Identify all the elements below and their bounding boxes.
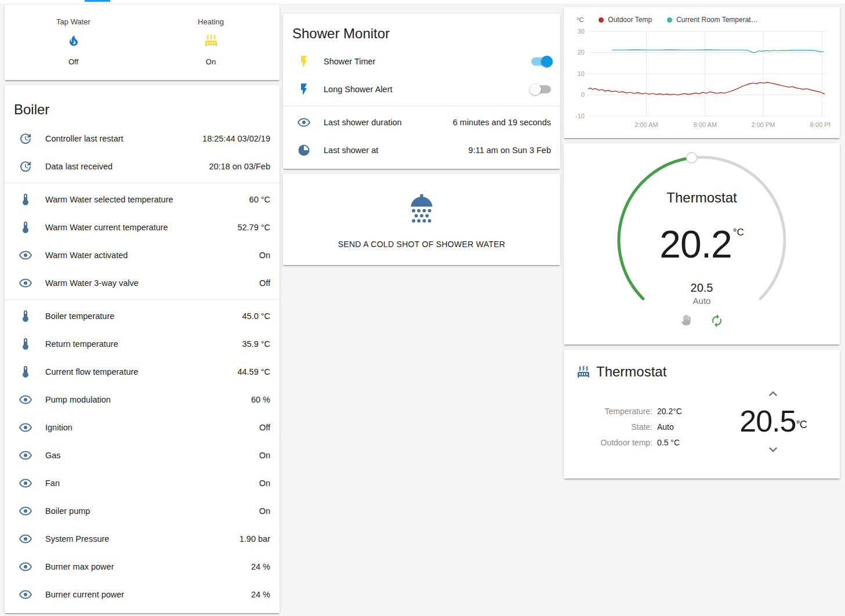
legend-dot-room (667, 17, 672, 23)
thermometer-icon (19, 309, 32, 323)
entity-name: Boiler temperature (45, 311, 242, 321)
entity-row-last-shower-at[interactable]: Last shower at9:11 am on Sun 3 Feb (283, 136, 560, 164)
entity-name: Burner max power (45, 562, 251, 571)
entity-state: 35.9 °C (242, 339, 270, 349)
entity-name: Warm Water selected temperature (45, 195, 249, 204)
thermometer-icon (19, 193, 32, 206)
column-right: °C Outdoor Temp Current Room Temperat… 3… (564, 7, 840, 479)
entity-state: 1.90 bar (240, 534, 270, 543)
thermometer-icon (19, 365, 32, 379)
shower-monitor-rows: Shower TimerLong Shower AlertLast shower… (283, 48, 560, 164)
dial-current-unit: °C (733, 227, 744, 238)
thermometer-icon (19, 220, 32, 234)
entity-row-boiler-pump[interactable]: Boiler pumpOn (5, 497, 280, 525)
entity-state: 9:11 am on Sun 3 Feb (469, 146, 551, 155)
thermostat-attributes: Temperature:20.2°CState:AutoOutdoor temp… (587, 403, 682, 450)
entity-name: Data last received (45, 162, 209, 171)
history-graph-card: °C Outdoor Temp Current Room Temperat… 3… (564, 7, 840, 138)
entity-name: Last shower at (324, 146, 469, 155)
entity-name: Return temperature (45, 339, 242, 349)
decrease-temperature-button[interactable] (765, 441, 781, 458)
entity-state: 20:18 on 03/Feb (209, 162, 270, 171)
entity-row-ignition[interactable]: IgnitionOff (5, 414, 280, 441)
shower-monitor-card: Shower Monitor Shower TimerLong Shower A… (283, 14, 560, 169)
glance-item-name: Heating (142, 17, 280, 26)
entity-row-gas[interactable]: GasOn (5, 441, 280, 469)
thermostat-card-header: Thermostat (564, 350, 840, 380)
glance-item-tap-water[interactable]: Tap WaterOff (5, 17, 142, 80)
eye-icon (19, 448, 32, 462)
shower-action-label: SEND A COLD SHOT OF SHOWER WATER (338, 240, 506, 249)
svg-text:8:00 PM: 8:00 PM (810, 121, 831, 128)
entity-row-boiler-temperature[interactable]: Boiler temperature45.0 °C (5, 302, 280, 330)
entity-row-current-flow-temperature[interactable]: Current flow temperature44.59 °C (5, 358, 280, 386)
entity-row-data-last-received[interactable]: Data last received20:18 on 03/Feb (5, 153, 280, 180)
eye-icon (19, 421, 32, 434)
entity-name: Gas (45, 451, 259, 460)
setpoint-value: 20.5 (739, 404, 796, 438)
entity-row-last-shower-duration[interactable]: Last shower duration6 minutes and 19 sec… (283, 108, 560, 136)
entity-row-warm-water-activated[interactable]: Warm Water activatedOn (5, 241, 280, 269)
temperature-history-chart: 3020100-102:00 AM8:00 AM2:00 PM8:00 PM (573, 27, 831, 132)
entity-row-fan[interactable]: FanOn (5, 469, 280, 497)
entity-name: Ignition (45, 423, 259, 432)
entity-state: Off (259, 278, 270, 288)
entity-name: Warm Water current temperature (45, 223, 237, 232)
svg-text:2:00 AM: 2:00 AM (634, 121, 658, 128)
attribute-value: 0.5 °C (657, 438, 680, 447)
thermostat-dial-card: Thermostat 20.2°C 20.5 Auto (564, 143, 840, 345)
entity-name: Warm Water activated (45, 251, 259, 260)
toggle-row-shower-timer: Shower Timer (283, 48, 560, 75)
fire-icon (5, 34, 142, 50)
chart-header: °C Outdoor Temp Current Room Temperat… (573, 14, 831, 26)
auto-mode-button[interactable] (710, 314, 724, 328)
setpoint-unit: °C (796, 419, 807, 430)
entity-row-warm-water-selected-temperature[interactable]: Warm Water selected temperature60 °C (5, 186, 280, 213)
svg-text:-10: -10 (575, 113, 585, 119)
entity-row-system-pressure[interactable]: System Pressure1.90 bar (5, 525, 280, 553)
entity-state: 60 °C (249, 195, 270, 204)
section-divider (5, 299, 280, 300)
entity-name: Pump modulation (45, 395, 251, 404)
glance-item-heating[interactable]: HeatingOn (142, 17, 280, 80)
entity-row-burner-max-power[interactable]: Burner max power24 % (5, 553, 280, 581)
attribute-label: State: (587, 422, 652, 432)
svg-text:0: 0 (581, 91, 585, 98)
entity-state: 44.59 °C (237, 367, 270, 376)
dashboard: Tap WaterOffHeatingOn Boiler Controller … (0, 3, 845, 613)
glance-item-state: On (142, 57, 280, 66)
boiler-card: Boiler Controller last restart18:25:44 0… (5, 85, 280, 613)
entity-row-warm-water-current-temperature[interactable]: Warm Water current temperature52.79 °C (5, 213, 280, 241)
boiler-card-title: Boiler (5, 85, 280, 125)
eye-icon (19, 504, 32, 518)
entity-row-return-temperature[interactable]: Return temperature35.9 °C (5, 330, 280, 358)
shower-timer-switch[interactable] (531, 57, 551, 66)
long-shower-alert-switch[interactable] (531, 85, 551, 93)
entity-state: 24 % (251, 562, 270, 571)
entity-row-burner-current-power[interactable]: Burner current power24 % (5, 581, 280, 608)
entity-row-pump-modulation[interactable]: Pump modulation60 % (5, 386, 280, 414)
dial-mode-buttons (564, 314, 840, 328)
thermostat-entity-card: Thermostat Temperature:20.2°CState:AutoO… (564, 350, 840, 479)
svg-text:2:00 PM: 2:00 PM (752, 121, 775, 128)
entity-row-controller-last-restart[interactable]: Controller last restart18:25:44 03/02/19 (5, 125, 280, 153)
entity-state: 60 % (251, 395, 270, 404)
boiler-rows: Controller last restart18:25:44 03/02/19… (5, 125, 280, 608)
manual-mode-button[interactable] (680, 314, 694, 328)
shower-action-button[interactable]: SEND A COLD SHOT OF SHOWER WATER (283, 174, 560, 265)
eye-icon (297, 115, 311, 129)
dial-handle[interactable] (687, 153, 697, 163)
increase-temperature-button[interactable] (765, 386, 781, 402)
entity-state: On (259, 451, 270, 460)
thermometer-icon (19, 337, 32, 351)
entity-row-warm-water-3-way-valve[interactable]: Warm Water 3-way valveOff (5, 269, 280, 297)
entity-state: 24 % (251, 590, 270, 599)
attribute-value: Auto (657, 422, 674, 432)
entity-state: On (259, 251, 270, 260)
active-tab-indicator (85, 0, 110, 2)
glance-card: Tap WaterOffHeatingOn (5, 5, 280, 80)
entity-state: 52.79 °C (237, 223, 270, 232)
entity-state: On (259, 506, 270, 516)
hand-icon (680, 318, 693, 328)
svg-text:10: 10 (578, 70, 585, 77)
